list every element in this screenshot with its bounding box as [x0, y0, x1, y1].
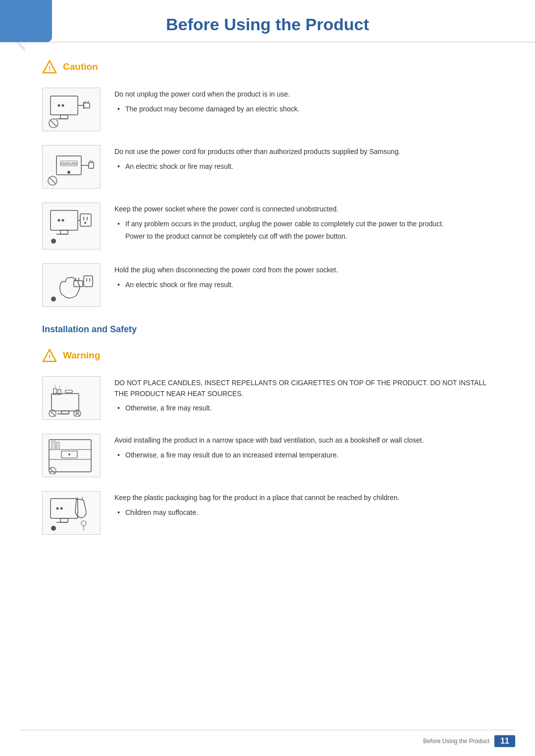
svg-line-17	[50, 120, 57, 127]
svg-point-36	[84, 222, 86, 224]
svg-rect-53	[65, 390, 72, 393]
caution-1-image	[42, 88, 101, 131]
svg-rect-64	[52, 441, 55, 450]
caution-1-text: Do not unplug the power cord when the pr…	[114, 88, 493, 114]
warning-triangle-icon: !	[42, 349, 57, 362]
caution-item-2: SAMSUNG Do not use the power cord for pr…	[42, 145, 493, 189]
caution-3-image	[42, 202, 101, 250]
svg-text:!: !	[49, 64, 51, 72]
svg-point-63	[68, 454, 70, 455]
caution-4-text: Hold the plug when disconnecting the pow…	[114, 263, 493, 290]
caution-label: Caution	[63, 61, 98, 72]
warning-2-bullet-1: • Otherwise, a fire may result due to an…	[114, 450, 493, 461]
svg-point-71	[56, 507, 59, 509]
caution-3-sub-note: Power to the product cannot be completel…	[114, 231, 493, 242]
svg-point-38	[51, 239, 56, 244]
svg-point-9	[58, 104, 60, 106]
svg-rect-65	[56, 442, 59, 450]
svg-point-72	[60, 507, 63, 509]
svg-line-67	[50, 468, 55, 474]
caution-2-bullet-1: • An electric shock or fire may result.	[114, 161, 493, 172]
warning-1-bullet-1: • Otherwise, a fire may result.	[114, 403, 493, 414]
page-header: Before Using the Product	[0, 0, 535, 43]
svg-rect-7	[60, 115, 68, 119]
caution-item-3: Keep the power socket where the power co…	[42, 202, 493, 250]
page-number: 11	[494, 735, 515, 747]
caution-2-main: Do not use the power cord for products o…	[114, 147, 493, 157]
caution-4-image	[42, 263, 101, 307]
warning-3-text: Keep the plastic packaging bag for the p…	[114, 491, 493, 518]
svg-rect-33	[80, 214, 91, 226]
caution-item-4: Hold the plug when disconnecting the pow…	[42, 263, 493, 307]
warning-label: Warning	[63, 350, 100, 361]
svg-rect-49	[61, 411, 69, 414]
svg-point-25	[67, 171, 70, 174]
caution-4-bullet-1: • An electric shock or fire may result.	[114, 280, 493, 291]
svg-rect-22	[89, 162, 94, 168]
svg-point-10	[62, 104, 64, 106]
warning-2-main: Avoid installing the product in a narrow…	[114, 435, 493, 446]
svg-rect-69	[60, 518, 68, 522]
svg-point-77	[51, 526, 56, 531]
svg-rect-48	[52, 394, 79, 411]
svg-line-27	[49, 177, 56, 184]
svg-text:!: !	[49, 353, 51, 361]
warning-1-image	[42, 376, 101, 420]
svg-rect-68	[51, 499, 78, 518]
caution-item-1: Do not unplug the power cord when the pr…	[42, 88, 493, 131]
caution-3-bullet-1: • If any problem occurs in the product, …	[114, 219, 493, 230]
caution-2-image: SAMSUNG	[42, 145, 101, 189]
svg-line-55	[50, 410, 55, 416]
svg-rect-29	[60, 230, 68, 234]
svg-point-45	[51, 297, 56, 302]
caution-3-text: Keep the power socket where the power co…	[114, 202, 493, 242]
caution-2-text: Do not use the power cord for products o…	[114, 145, 493, 172]
caution-1-main: Do not unplug the power cord when the pr…	[114, 89, 493, 100]
svg-point-32	[62, 219, 64, 221]
warning-3-bullet-1: • Children may suffocate.	[114, 507, 493, 518]
svg-rect-13	[84, 103, 90, 108]
svg-point-75	[81, 521, 86, 526]
page-title: Before Using the Product	[30, 12, 505, 34]
caution-triangle-icon: !	[42, 60, 57, 74]
caution-1-bullet-1: • The product may become damaged by an e…	[114, 104, 493, 115]
warning-1-text: DO NOT PLACE CANDLES, INSECT REPELLANTS …	[114, 376, 493, 414]
installation-safety-title: Installation and Safety	[42, 324, 493, 335]
page-footer: Before Using the Product 11	[20, 730, 515, 747]
warning-3-main: Keep the plastic packaging bag for the p…	[114, 493, 493, 504]
warning-item-1: DO NOT PLACE CANDLES, INSECT REPELLANTS …	[42, 376, 493, 420]
warning-item-3: Keep the plastic packaging bag for the p…	[42, 491, 493, 535]
warning-3-image	[42, 491, 101, 535]
installation-safety-section: Installation and Safety	[42, 324, 493, 335]
warning-2-image	[42, 434, 101, 477]
warning-2-text: Avoid installing the product in a narrow…	[114, 434, 493, 460]
caution-4-main: Hold the plug when disconnecting the pow…	[114, 265, 493, 276]
blue-tab-decoration	[0, 0, 52, 42]
caution-3-main: Keep the power socket where the power co…	[114, 204, 493, 215]
main-content: ! Caution	[0, 60, 535, 535]
warning-section-header: ! Warning	[42, 349, 493, 362]
svg-rect-42	[84, 276, 93, 287]
warning-item-2: Avoid installing the product in a narrow…	[42, 434, 493, 477]
warning-1-main: DO NOT PLACE CANDLES, INSECT REPELLANTS …	[114, 378, 493, 399]
svg-point-31	[58, 219, 60, 221]
svg-text:SAMSUNG: SAMSUNG	[60, 162, 77, 165]
footer-label: Before Using the Product	[423, 738, 489, 745]
caution-section-header: ! Caution	[42, 60, 493, 74]
